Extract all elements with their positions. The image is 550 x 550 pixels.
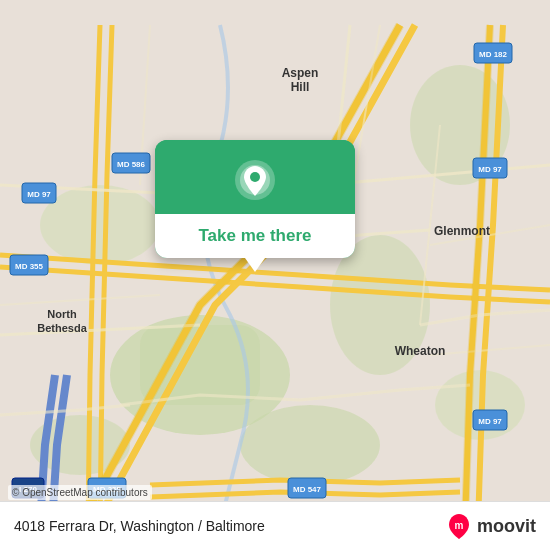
svg-text:MD 97: MD 97 — [27, 190, 51, 199]
popup-pointer — [245, 258, 265, 272]
popup-card: Take me there — [155, 140, 355, 258]
svg-text:MD 586: MD 586 — [117, 160, 146, 169]
svg-text:m: m — [455, 520, 464, 531]
moovit-logo: m moovit — [445, 512, 536, 540]
svg-text:Wheaton: Wheaton — [395, 344, 446, 358]
bottom-bar: 4018 Ferrara Dr, Washington / Baltimore … — [0, 501, 550, 550]
svg-text:MD 182: MD 182 — [479, 50, 508, 59]
svg-text:MD 97: MD 97 — [478, 165, 502, 174]
svg-point-35 — [250, 172, 260, 182]
svg-text:MD 97: MD 97 — [478, 417, 502, 426]
svg-text:Glenmont: Glenmont — [434, 224, 490, 238]
moovit-brand-name: moovit — [477, 516, 536, 537]
map-attribution: © OpenStreetMap contributors — [8, 485, 152, 500]
svg-text:North: North — [47, 308, 77, 320]
svg-text:MD 547: MD 547 — [293, 485, 322, 494]
svg-point-2 — [240, 405, 380, 485]
popup-card-top — [155, 140, 355, 214]
location-pin-icon — [233, 158, 277, 202]
popup-card-bottom: Take me there — [155, 214, 355, 258]
moovit-brand-icon: m — [445, 512, 473, 540]
svg-text:MD 355: MD 355 — [15, 262, 44, 271]
svg-point-5 — [40, 185, 160, 265]
svg-text:Aspen: Aspen — [282, 66, 319, 80]
svg-text:Hill: Hill — [291, 80, 310, 94]
address-text: 4018 Ferrara Dr, Washington / Baltimore — [14, 518, 265, 534]
svg-text:Bethesda: Bethesda — [37, 322, 87, 334]
take-me-there-button[interactable]: Take me there — [198, 226, 311, 246]
map-container: Aspen Hill Glenmont North Bethesda Wheat… — [0, 0, 550, 550]
